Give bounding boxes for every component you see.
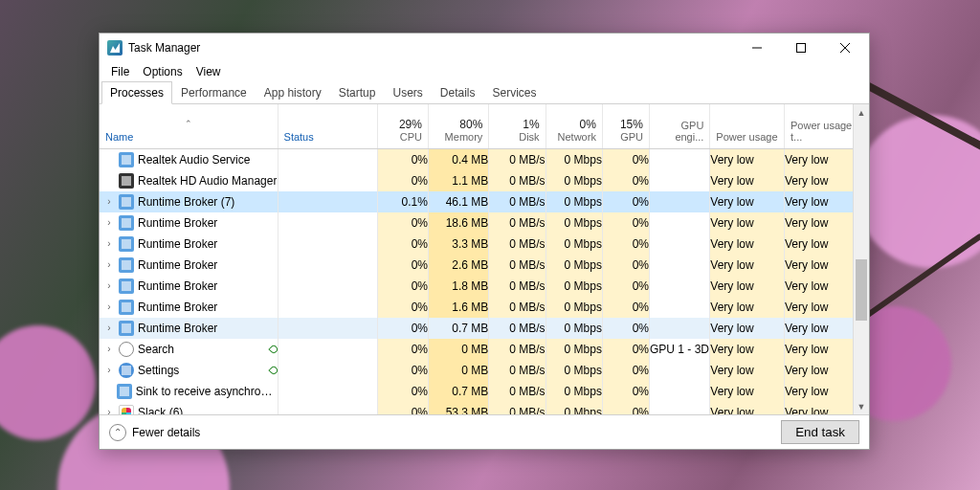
power-usage-cell: Very low: [710, 170, 785, 191]
expand-icon[interactable]: ›: [103, 407, 115, 414]
power-usage-cell: Very low: [710, 148, 785, 170]
table-row[interactable]: ›Runtime Broker0%1.6 MB0 MB/s0 Mbps0%Ver…: [100, 297, 869, 318]
menu-file[interactable]: File: [105, 63, 135, 80]
vertical-scrollbar[interactable]: ▲ ▼: [853, 104, 869, 414]
table-row[interactable]: ›Runtime Broker0%1.8 MB0 MB/s0 Mbps0%Ver…: [100, 276, 869, 297]
disk-cell: 0 MB/s: [489, 318, 546, 339]
tab-services[interactable]: Services: [484, 81, 546, 103]
table-row[interactable]: ›Runtime Broker0%18.6 MB0 MB/s0 Mbps0%Ve…: [100, 212, 869, 234]
process-name: Runtime Broker: [138, 258, 217, 272]
col-cpu[interactable]: 29%CPU: [377, 104, 428, 148]
close-button[interactable]: [823, 33, 867, 62]
process-name: Realtek HD Audio Manager: [138, 174, 277, 188]
table-row[interactable]: ›Slack (6)0%53.3 MB0 MB/s0 Mbps0%Very lo…: [100, 402, 869, 415]
process-name: Sink to receive asynchronous ca...: [136, 385, 278, 398]
scroll-up-button[interactable]: ▲: [854, 104, 869, 121]
menu-options[interactable]: Options: [137, 63, 188, 80]
col-memory[interactable]: 80%Memory: [428, 104, 488, 148]
expand-icon[interactable]: ›: [103, 344, 115, 354]
minimize-button[interactable]: [735, 33, 779, 62]
process-icon: [119, 278, 134, 294]
table-row[interactable]: ›Runtime Broker0%2.6 MB0 MB/s0 Mbps0%Ver…: [100, 255, 869, 276]
expand-icon[interactable]: ›: [103, 238, 115, 249]
table-row[interactable]: ›Realtek HD Audio Manager0%1.1 MB0 MB/s0…: [100, 170, 869, 191]
cpu-cell: 0%: [377, 170, 428, 191]
process-grid: ⌃Name Status 29%CPU 80%Memory 1%Disk 0%N…: [100, 104, 869, 414]
network-cell: 0 Mbps: [546, 318, 602, 339]
disk-cell: 0 MB/s: [489, 212, 546, 234]
expand-icon[interactable]: ›: [103, 196, 115, 207]
column-header-row: ⌃Name Status 29%CPU 80%Memory 1%Disk 0%N…: [100, 104, 869, 148]
table-row[interactable]: ›Realtek Audio Service0%0.4 MB0 MB/s0 Mb…: [100, 148, 869, 170]
table-row[interactable]: ›Runtime Broker (7)0.1%46.1 MB0 MB/s0 Mb…: [100, 191, 869, 212]
col-power-usage[interactable]: Power usage: [710, 104, 785, 148]
gpu-engine-cell: [649, 170, 709, 191]
scroll-down-button[interactable]: ▼: [854, 398, 869, 414]
tab-app-history[interactable]: App history: [256, 81, 330, 103]
memory-cell: 0.7 MB: [428, 381, 488, 402]
status-cell: [278, 339, 377, 360]
gpu-engine-cell: [649, 234, 709, 255]
scroll-thumb[interactable]: [856, 259, 867, 321]
expand-icon[interactable]: ›: [103, 259, 115, 270]
process-icon: [119, 363, 134, 378]
col-status[interactable]: Status: [278, 104, 377, 148]
gpu-cell: 0%: [602, 297, 649, 318]
status-cell: [278, 276, 377, 297]
fewer-details-toggle[interactable]: ⌃ Fewer details: [109, 424, 775, 441]
col-name[interactable]: ⌃Name: [100, 104, 278, 148]
col-gpu-engine[interactable]: GPU engi...: [649, 104, 709, 148]
power-usage-cell: Very low: [710, 297, 785, 318]
tab-startup[interactable]: Startup: [330, 81, 385, 103]
gpu-cell: 0%: [602, 191, 649, 212]
power-usage-cell: Very low: [710, 191, 785, 212]
col-network[interactable]: 0%Network: [546, 104, 602, 148]
network-cell: 0 Mbps: [546, 148, 602, 170]
gpu-engine-cell: [649, 318, 709, 339]
table-row[interactable]: ›Sink to receive asynchronous ca...0%0.7…: [100, 381, 869, 402]
col-gpu[interactable]: 15%GPU: [602, 104, 649, 148]
process-icon: [119, 321, 134, 336]
table-row[interactable]: ›Runtime Broker0%3.3 MB0 MB/s0 Mbps0%Ver…: [100, 234, 869, 255]
end-task-button[interactable]: End task: [781, 420, 859, 444]
network-cell: 0 Mbps: [546, 402, 602, 415]
process-icon: [119, 194, 134, 210]
col-disk[interactable]: 1%Disk: [489, 104, 546, 148]
table-row[interactable]: ›Runtime Broker0%0.7 MB0 MB/s0 Mbps0%Ver…: [100, 318, 869, 339]
expand-icon[interactable]: ›: [103, 217, 115, 228]
disk-cell: 0 MB/s: [489, 170, 546, 191]
process-icon: [119, 215, 134, 231]
tab-processes[interactable]: Processes: [101, 81, 172, 104]
power-usage-cell: Very low: [710, 339, 785, 360]
expand-icon[interactable]: ›: [103, 365, 115, 375]
window-title: Task Manager: [128, 41, 200, 55]
expand-icon[interactable]: ›: [103, 301, 115, 312]
menu-view[interactable]: View: [190, 63, 227, 80]
cpu-cell: 0%: [377, 255, 428, 276]
disk-cell: 0 MB/s: [489, 191, 546, 212]
tab-details[interactable]: Details: [432, 81, 484, 103]
disk-cell: 0 MB/s: [489, 276, 546, 297]
maximize-button[interactable]: [779, 33, 823, 62]
table-row[interactable]: ›Search0%0 MB0 MB/s0 Mbps0%GPU 1 - 3DVer…: [100, 339, 869, 360]
process-name: Runtime Broker: [138, 237, 217, 251]
expand-icon[interactable]: ›: [103, 280, 115, 291]
table-row[interactable]: ›Settings0%0 MB0 MB/s0 Mbps0%Very lowVer…: [100, 360, 869, 381]
power-usage-cell: Very low: [710, 318, 785, 339]
titlebar[interactable]: Task Manager: [100, 33, 869, 62]
gpu-engine-cell: [649, 148, 709, 170]
gpu-cell: 0%: [602, 170, 649, 191]
cpu-cell: 0%: [377, 297, 428, 318]
process-icon: [119, 342, 134, 357]
tab-users[interactable]: Users: [384, 81, 431, 103]
gpu-engine-cell: [649, 212, 709, 234]
cpu-cell: 0%: [377, 148, 428, 170]
expand-icon[interactable]: ›: [103, 323, 115, 333]
power-usage-cell: Very low: [710, 255, 785, 276]
cpu-cell: 0%: [377, 318, 428, 339]
gpu-cell: 0%: [602, 212, 649, 234]
tab-performance[interactable]: Performance: [172, 81, 256, 103]
memory-cell: 0 MB: [428, 339, 488, 360]
memory-cell: 1.8 MB: [428, 276, 488, 297]
task-manager-window: Task Manager File Options View Processes…: [99, 33, 870, 450]
